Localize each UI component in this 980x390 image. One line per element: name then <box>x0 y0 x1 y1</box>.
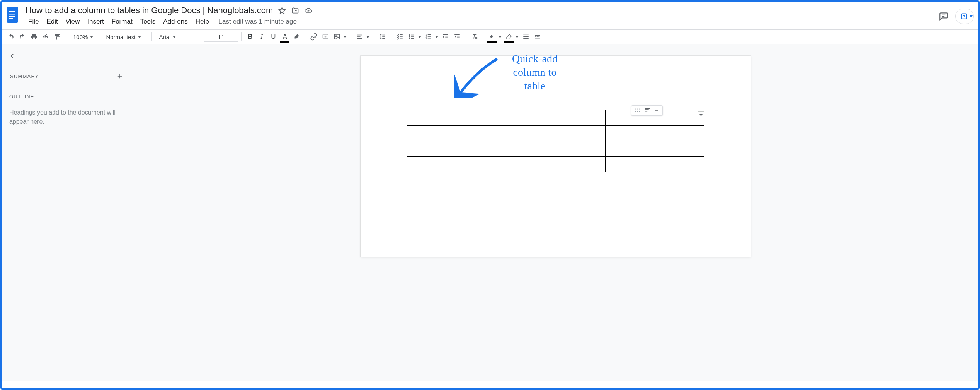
separator <box>241 32 242 41</box>
zoom-value: 100% <box>73 34 88 40</box>
menu-view[interactable]: View <box>62 16 83 27</box>
menu-edit[interactable]: Edit <box>43 16 61 27</box>
separator <box>351 32 351 41</box>
underline-button[interactable]: U <box>268 31 279 42</box>
border-dash-button[interactable] <box>532 31 543 42</box>
print-button[interactable] <box>29 31 39 42</box>
highlight-color-button[interactable] <box>291 31 302 42</box>
last-edit-link[interactable]: Last edit was 1 minute ago <box>219 18 297 26</box>
fill-color-dropdown[interactable] <box>497 31 503 42</box>
font-size-input[interactable] <box>214 32 228 42</box>
svg-rect-28 <box>411 38 414 39</box>
open-comments-button[interactable] <box>937 9 951 23</box>
menu-insert[interactable]: Insert <box>84 16 107 27</box>
separator <box>151 32 152 41</box>
svg-rect-12 <box>335 34 340 39</box>
menu-addons[interactable]: Add-ons <box>160 16 191 27</box>
separator <box>466 32 466 41</box>
svg-rect-47 <box>524 38 529 39</box>
svg-rect-55 <box>539 38 539 39</box>
paint-format-button[interactable] <box>52 31 63 42</box>
summary-heading: SUMMARY <box>10 74 39 79</box>
table-row[interactable] <box>407 157 704 172</box>
outline-empty-text: Headings you add to the document will ap… <box>9 108 125 127</box>
chevron-down-icon <box>173 36 176 38</box>
numbered-list-dropdown[interactable] <box>434 31 439 42</box>
svg-rect-53 <box>536 38 537 39</box>
cloud-saved-icon[interactable] <box>305 7 312 14</box>
decrease-indent-button[interactable] <box>440 31 451 42</box>
share-button[interactable] <box>955 9 974 24</box>
svg-rect-1 <box>9 11 15 12</box>
separator <box>99 32 99 41</box>
decrease-font-size-button[interactable]: − <box>204 32 214 42</box>
style-value: Normal text <box>106 34 136 40</box>
separator <box>305 32 305 41</box>
sort-icon[interactable] <box>645 107 651 114</box>
svg-rect-3 <box>9 16 15 17</box>
border-color-dropdown[interactable] <box>514 31 520 42</box>
increase-indent-button[interactable] <box>452 31 463 42</box>
increase-font-size-button[interactable]: + <box>228 32 238 42</box>
document-table[interactable] <box>407 110 704 172</box>
separator <box>483 32 483 41</box>
table-row[interactable] <box>407 126 704 141</box>
line-spacing-button[interactable] <box>377 31 388 42</box>
paragraph-style-dropdown[interactable]: Normal text <box>102 31 148 42</box>
bulleted-list-button[interactable] <box>406 31 417 42</box>
table-row[interactable] <box>407 141 704 157</box>
fill-color-button[interactable] <box>487 31 497 42</box>
svg-marker-5 <box>279 7 286 14</box>
menu-tools[interactable]: Tools <box>137 16 159 27</box>
star-icon[interactable] <box>278 7 286 14</box>
border-color-button[interactable] <box>504 31 514 42</box>
menu-format[interactable]: Format <box>108 16 136 27</box>
spellcheck-button[interactable] <box>40 31 51 42</box>
numbered-list-button[interactable]: 123 <box>423 31 434 42</box>
chevron-down-icon <box>699 114 703 116</box>
insert-image-dropdown[interactable] <box>342 31 348 42</box>
chevron-down-icon <box>970 15 973 17</box>
bulleted-list-dropdown[interactable] <box>417 31 422 42</box>
align-dropdown[interactable] <box>365 31 371 42</box>
drag-handle-icon[interactable] <box>635 108 641 114</box>
table-options-tab[interactable] <box>698 111 704 118</box>
insert-link-button[interactable] <box>308 31 319 42</box>
menu-file[interactable]: File <box>25 16 42 27</box>
svg-rect-39 <box>455 34 460 35</box>
svg-rect-34 <box>428 39 431 39</box>
separator <box>374 32 374 41</box>
separator <box>201 32 201 41</box>
redo-button[interactable] <box>17 31 28 42</box>
insert-image-button[interactable] <box>332 31 342 42</box>
svg-point-62 <box>635 111 636 112</box>
bold-button[interactable]: B <box>245 31 255 42</box>
zoom-dropdown[interactable]: 100% <box>69 31 95 42</box>
border-width-button[interactable] <box>521 31 531 42</box>
svg-rect-30 <box>428 34 431 35</box>
document-title[interactable]: How to add a column to tables in Google … <box>26 5 273 15</box>
svg-point-27 <box>409 38 410 39</box>
svg-rect-49 <box>535 36 536 37</box>
docs-logo[interactable] <box>5 5 20 25</box>
document-canvas[interactable]: Quick-add column to table <box>133 44 978 381</box>
italic-button[interactable]: I <box>256 31 267 42</box>
align-button[interactable] <box>354 31 365 42</box>
svg-point-25 <box>409 36 410 38</box>
move-icon[interactable] <box>291 7 299 14</box>
svg-rect-42 <box>455 39 460 39</box>
add-comment-button[interactable] <box>320 31 331 42</box>
add-summary-button[interactable] <box>115 72 124 81</box>
checklist-button[interactable] <box>395 31 405 42</box>
menu-help[interactable]: Help <box>192 16 213 27</box>
svg-rect-32 <box>428 36 431 37</box>
add-column-icon[interactable] <box>655 108 659 114</box>
svg-rect-46 <box>524 36 529 37</box>
clear-formatting-button[interactable] <box>469 31 480 42</box>
svg-rect-56 <box>540 38 541 39</box>
column-quick-add-handle[interactable] <box>631 105 663 116</box>
undo-button[interactable] <box>5 31 16 42</box>
font-family-dropdown[interactable]: Arial <box>155 31 197 42</box>
collapse-outline-button[interactable] <box>9 52 125 62</box>
text-color-button[interactable]: A <box>279 31 290 42</box>
